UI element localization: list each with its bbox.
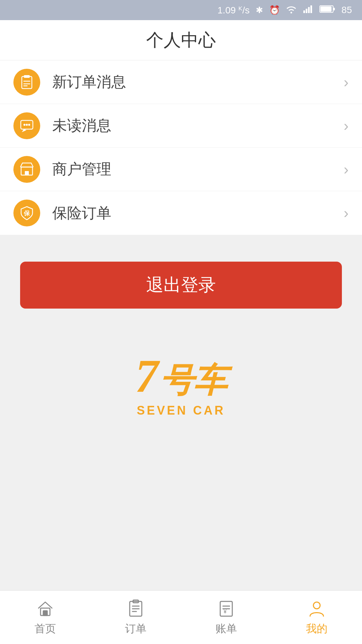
new-order-chevron: ›	[344, 74, 349, 91]
battery-level: 85	[342, 5, 352, 15]
content-area: 个人中心 新订单消息 ›	[0, 20, 362, 590]
svg-rect-19	[25, 171, 29, 175]
logo-english: SEVEN CAR	[137, 404, 225, 418]
status-speed: 1.09 ᴷ/s	[218, 5, 250, 16]
svg-rect-1	[306, 9, 307, 13]
nav-home-label: 首页	[35, 622, 56, 636]
nav-item-home[interactable]: 首页	[0, 599, 90, 636]
menu-item-unread-message[interactable]: 未读消息 ›	[0, 104, 362, 148]
bill-icon: ¥	[216, 599, 236, 619]
svg-rect-2	[308, 7, 310, 13]
svg-marker-13	[22, 129, 26, 132]
menu-item-new-order[interactable]: 新订单消息 ›	[0, 60, 362, 104]
status-bar: 1.09 ᴷ/s ✱ ⏰ 85	[0, 0, 362, 20]
logo-chinese: 7 号车	[135, 349, 227, 404]
bluetooth-icon: ✱	[256, 5, 263, 15]
shield-icon: 保	[19, 205, 35, 221]
insurance-order-label: 保险订单	[52, 203, 344, 223]
mine-icon	[307, 599, 327, 619]
nav-item-bill[interactable]: ¥ 账单	[181, 599, 272, 636]
svg-rect-16	[28, 124, 30, 126]
signal-icon	[303, 4, 313, 16]
svg-rect-3	[310, 5, 312, 13]
merchant-manage-icon-wrap	[13, 156, 40, 183]
home-icon	[35, 599, 55, 619]
nav-bill-label: 账单	[216, 622, 237, 636]
page-header: 个人中心	[0, 20, 362, 60]
svg-rect-8	[24, 75, 30, 78]
svg-text:¥: ¥	[223, 609, 227, 614]
merchant-manage-chevron: ›	[344, 161, 349, 178]
logo-hao: 号车	[160, 358, 227, 404]
battery-icon	[319, 5, 336, 16]
unread-message-label: 未读消息	[52, 116, 344, 136]
menu-item-merchant-manage[interactable]: 商户管理 ›	[0, 148, 362, 191]
svg-point-32	[313, 602, 320, 609]
nav-order-label: 订单	[125, 622, 146, 636]
insurance-order-chevron: ›	[344, 205, 349, 221]
nav-mine-label: 我的	[306, 622, 327, 636]
insurance-order-icon-wrap: 保	[13, 200, 40, 226]
bottom-nav: 首页 订单 ¥ 账单	[0, 590, 362, 644]
svg-rect-6	[320, 6, 331, 12]
svg-rect-5	[333, 8, 335, 10]
nav-item-order[interactable]: 订单	[90, 599, 181, 636]
svg-rect-14	[23, 124, 25, 126]
page-title: 个人中心	[146, 29, 216, 52]
wifi-icon	[286, 4, 297, 16]
merchant-manage-label: 商户管理	[52, 159, 344, 179]
menu-section: 新订单消息 › 未读消息 ›	[0, 60, 362, 235]
order-icon	[126, 599, 146, 619]
new-order-icon-wrap	[13, 69, 40, 96]
clipboard-icon	[19, 74, 35, 90]
logo-section: 7 号车 SEVEN CAR	[0, 329, 362, 444]
nav-item-mine[interactable]: 我的	[272, 599, 362, 636]
svg-text:保: 保	[23, 210, 30, 217]
logo-number: 7	[135, 349, 159, 403]
separator	[0, 235, 362, 245]
new-order-label: 新订单消息	[52, 72, 344, 92]
clock-icon: ⏰	[269, 5, 280, 15]
menu-item-insurance-order[interactable]: 保 保险订单 ›	[0, 191, 362, 235]
unread-message-icon-wrap	[13, 112, 40, 139]
svg-rect-15	[26, 124, 28, 126]
logout-section: 退出登录	[0, 245, 362, 329]
svg-rect-7	[22, 76, 32, 89]
unread-message-chevron: ›	[344, 117, 349, 134]
store-icon	[19, 162, 35, 177]
chat-icon	[19, 118, 35, 133]
svg-rect-0	[303, 10, 305, 13]
logout-button[interactable]: 退出登录	[20, 262, 342, 309]
svg-rect-22	[43, 611, 47, 615]
